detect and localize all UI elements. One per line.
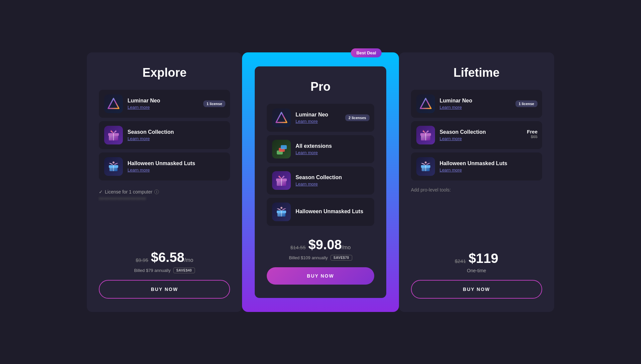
explore-billing: Billed $79 annually SAVE$40 <box>99 268 230 273</box>
pro-feature-season: Season Collection Learn more <box>267 166 374 195</box>
lifetime-price-row: $241 $119 <box>411 251 542 266</box>
lifetime-season-link[interactable]: Learn more <box>440 136 486 141</box>
explore-luminar-name: Luminar Neo <box>128 97 160 104</box>
explore-luminar-info: Luminar Neo Learn more <box>128 97 160 110</box>
explore-luminar-link[interactable]: Learn more <box>128 105 160 110</box>
svg-rect-11 <box>281 145 287 149</box>
explore-period: /mo <box>184 257 193 263</box>
plan-lifetime: Lifetime Luminar Neo Learn mor <box>399 52 554 312</box>
svg-marker-8 <box>276 112 287 122</box>
explore-license-info: ✓ License for 1 computer i <box>99 189 230 195</box>
pro-feature-halloween: Halloween Unmasked Luts <box>267 198 374 226</box>
pro-luminar-info: Luminar Neo Learn more <box>295 111 328 124</box>
pro-luminar-link[interactable]: Learn more <box>295 119 328 124</box>
svg-marker-19 <box>420 98 431 108</box>
pro-extensions-info: All extensions Learn more <box>295 143 332 155</box>
pro-current-price: $9.08/mo <box>308 237 351 252</box>
lifetime-halloween-name: Halloween Unmasked Luts <box>440 160 507 167</box>
explore-halloween-link[interactable]: Learn more <box>128 167 195 172</box>
explore-feature-halloween: Halloween Unmasked Luts Learn more <box>99 152 230 180</box>
explore-halloween-name: Halloween Unmasked Luts <box>128 160 195 167</box>
pro-season-info: Season Collection Learn more <box>295 174 342 187</box>
lifetime-luminar-name: Luminar Neo <box>440 97 472 104</box>
season-icon-pro <box>272 171 291 190</box>
svg-marker-0 <box>108 98 119 108</box>
lifetime-luminar-link[interactable]: Learn more <box>440 105 472 110</box>
lifetime-feature-season: Season Collection Learn more Free $65 <box>411 121 542 149</box>
lifetime-halloween-link[interactable]: Learn more <box>440 167 507 172</box>
svg-point-7 <box>113 161 115 163</box>
pro-buy-button[interactable]: BUY NOW <box>267 267 374 285</box>
explore-current-price: $6.58/mo <box>151 250 193 265</box>
pro-old-price: $14.55 <box>290 245 306 250</box>
explore-pricing: $9.95 $6.58/mo Billed $79 annually SAVE$… <box>99 250 230 273</box>
lifetime-feature-halloween: Halloween Unmasked Luts Learn more <box>411 152 542 180</box>
explore-price-row: $9.95 $6.58/mo <box>99 250 230 265</box>
pro-halloween-name: Halloween Unmasked Luts <box>295 208 363 215</box>
halloween-icon-lifetime <box>416 157 435 176</box>
pro-billing: Billed $109 annually SAVE$70 <box>267 255 374 261</box>
luminar-icon-explore <box>104 94 123 113</box>
explore-feature-season: Season Collection Learn more <box>99 121 230 149</box>
lifetime-pricing: $241 $119 One-time <box>411 251 542 273</box>
lifetime-luminar-badge: 1 license <box>515 100 538 107</box>
lifetime-season-free-container: Free $65 <box>527 129 538 139</box>
explore-title: Explore <box>99 66 230 80</box>
svg-point-26 <box>425 161 427 163</box>
pro-luminar-name: Luminar Neo <box>295 111 328 118</box>
luminar-icon-pro <box>272 108 291 127</box>
halloween-icon-pro <box>272 203 291 221</box>
explore-blurred: ●●●●●●●●●●●●●●●●●● <box>99 196 230 201</box>
lifetime-halloween-info: Halloween Unmasked Luts Learn more <box>440 160 507 173</box>
lifetime-old-price: $241 <box>455 258 466 264</box>
pro-halloween-info: Halloween Unmasked Luts <box>295 208 363 215</box>
lifetime-add-pro-tools: Add pro-level tools: <box>411 187 542 193</box>
pro-card-inner: Pro Lu <box>255 66 386 298</box>
explore-season-info: Season Collection Learn more <box>128 129 174 141</box>
luminar-icon-lifetime <box>416 94 435 113</box>
best-deal-badge: Best Deal <box>351 48 381 57</box>
plan-explore: Explore Luminar Neo Learn more <box>87 52 242 312</box>
pro-price-row: $14.55 $9.08/mo <box>267 237 374 252</box>
halloween-icon-explore <box>104 157 123 176</box>
explore-license-text: License for 1 computer <box>105 189 152 195</box>
pricing-container: Explore Luminar Neo Learn more <box>87 52 554 312</box>
lifetime-season-original-price: $65 <box>527 134 538 139</box>
pro-save-badge: SAVE$70 <box>331 255 352 261</box>
lifetime-season-free-label: Free <box>527 129 538 134</box>
pro-feature-luminar: Luminar Neo Learn more 2 licenses <box>267 104 374 132</box>
pro-season-name: Season Collection <box>295 174 342 181</box>
extensions-icon-pro <box>272 140 291 158</box>
explore-old-price: $9.95 <box>136 257 149 263</box>
plan-pro: Best Deal Pro <box>242 52 399 312</box>
explore-save-badge: SAVE$40 <box>173 268 195 273</box>
lifetime-title: Lifetime <box>411 66 542 80</box>
pro-pricing: $14.55 $9.08/mo Billed $109 annually SAV… <box>267 237 374 261</box>
pro-season-link[interactable]: Learn more <box>295 181 342 187</box>
season-icon-lifetime <box>416 126 435 144</box>
pro-period: /mo <box>342 245 351 250</box>
pro-title: Pro <box>267 80 374 94</box>
explore-checkmark: ✓ <box>99 189 103 195</box>
explore-buy-button[interactable]: BUY NOW <box>99 280 230 299</box>
pro-feature-extensions: All extensions Learn more <box>267 135 374 163</box>
explore-feature-luminar: Luminar Neo Learn more 1 license <box>99 90 230 118</box>
season-icon-explore <box>104 126 123 144</box>
pro-extensions-name: All extensions <box>295 143 332 150</box>
explore-season-link[interactable]: Learn more <box>128 136 174 141</box>
pro-luminar-badge: 2 licenses <box>345 114 370 121</box>
lifetime-feature-luminar: Luminar Neo Learn more 1 license <box>411 90 542 118</box>
lifetime-season-info: Season Collection Learn more <box>440 129 486 141</box>
pro-billing-text: Billed $109 annually <box>289 255 328 260</box>
lifetime-season-name: Season Collection <box>440 129 486 136</box>
lifetime-buy-button[interactable]: BUY NOW <box>411 280 542 299</box>
pro-extensions-link[interactable]: Learn more <box>295 150 332 155</box>
explore-info-icon: i <box>154 190 159 194</box>
explore-season-name: Season Collection <box>128 129 174 136</box>
explore-billing-text: Billed $79 annually <box>134 268 171 273</box>
lifetime-billing: One-time <box>411 268 542 273</box>
lifetime-luminar-info: Luminar Neo Learn more <box>440 97 472 110</box>
explore-halloween-info: Halloween Unmasked Luts Learn more <box>128 160 195 173</box>
svg-point-18 <box>280 207 282 209</box>
explore-luminar-badge: 1 license <box>203 100 225 107</box>
